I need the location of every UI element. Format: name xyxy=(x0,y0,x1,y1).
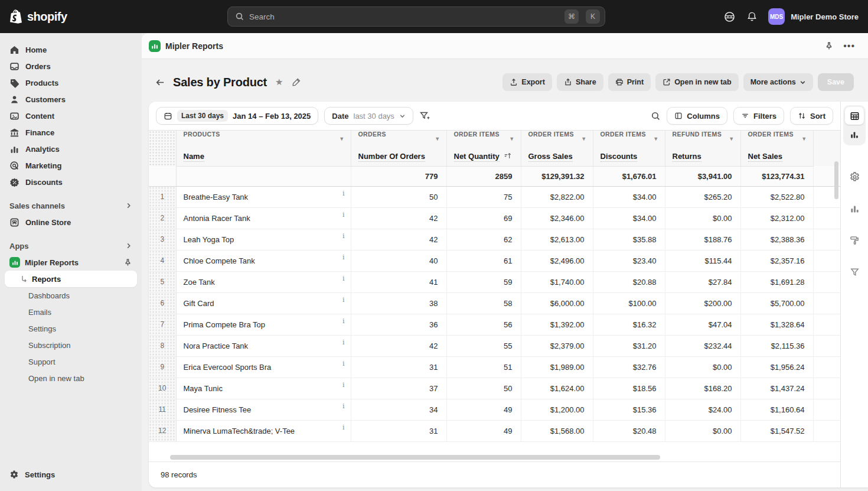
table-row[interactable]: 3Leah Yoga Topi4262$2,613.00$35.88$188.7… xyxy=(149,229,840,250)
sidebar-item-marketing[interactable]: Marketing xyxy=(5,157,137,174)
group-header[interactable]: ORDER ITEMS▼ xyxy=(593,131,665,147)
filters-button[interactable]: Filters xyxy=(733,107,784,125)
sidebar-subitem-subscription[interactable]: Subscription xyxy=(5,337,137,353)
group-header[interactable]: ORDER ITEMS▼ xyxy=(446,131,521,147)
group-header[interactable]: PRODUCTS▼ xyxy=(176,131,351,147)
sidebar-item-content[interactable]: Content xyxy=(5,108,137,124)
info-icon[interactable]: i xyxy=(342,317,345,325)
column-header-net-quantity[interactable]: Net Quantity xyxy=(446,147,521,166)
save-button[interactable]: Save xyxy=(818,73,854,91)
info-icon[interactable]: i xyxy=(342,402,345,410)
column-header-orders[interactable]: Number Of Orders xyxy=(351,147,446,166)
sidebar-subitem-reports[interactable]: Reports xyxy=(5,271,137,287)
open-new-tab-button[interactable]: Open in new tab xyxy=(655,73,739,91)
filters-funnel-icon[interactable] xyxy=(850,267,860,277)
share-button[interactable]: Share xyxy=(557,73,603,91)
back-arrow-icon[interactable] xyxy=(152,74,168,90)
chevron-down-icon[interactable]: ▼ xyxy=(339,131,344,147)
sidebar-item-settings[interactable]: Settings xyxy=(5,466,137,483)
column-header-returns[interactable]: Returns xyxy=(665,147,740,166)
chart-settings-icon[interactable] xyxy=(850,204,860,214)
info-icon[interactable]: i xyxy=(342,381,345,389)
sidebar-subitem-open-new-tab[interactable]: Open in new tab xyxy=(5,370,137,386)
column-header-discounts[interactable]: Discounts xyxy=(593,147,665,166)
table-row[interactable]: 5Zoe Tanki4159$1,740.00$20.88$27.84$1,69… xyxy=(149,271,840,292)
sidebar-item-analytics[interactable]: Analytics xyxy=(5,141,137,157)
table-row[interactable]: 8Nora Practice Tanki4255$2,379.00$31.20$… xyxy=(149,335,840,356)
info-icon[interactable]: i xyxy=(342,296,345,304)
column-header-name[interactable]: Name xyxy=(176,147,351,166)
table-row[interactable]: 12Minerva LumaTech&trade; V-Teei3149$1,5… xyxy=(149,420,840,441)
sidebar-subitem-support[interactable]: Support xyxy=(5,353,137,370)
chevron-down-icon[interactable]: ▼ xyxy=(801,131,807,147)
chevron-down-icon[interactable]: ▼ xyxy=(435,131,440,147)
horizontal-scrollbar[interactable] xyxy=(149,453,840,461)
table-row[interactable]: 7Prima Compete Bra Topi3656$1,392.00$16.… xyxy=(149,314,840,335)
store-name[interactable]: Mipler Demo Store xyxy=(791,12,859,21)
group-header[interactable]: ORDERS▼ xyxy=(351,131,446,147)
sidebar-item-home[interactable]: Home xyxy=(5,41,137,58)
chevron-down-icon[interactable]: ▼ xyxy=(653,131,658,147)
sidebar-subitem-emails[interactable]: Emails xyxy=(5,304,137,320)
sort-button[interactable]: Sort xyxy=(790,107,833,125)
group-header[interactable]: ORDER ITEMS▼ xyxy=(740,131,813,147)
add-filter-icon[interactable] xyxy=(419,110,430,121)
info-icon[interactable]: i xyxy=(342,360,345,368)
sidebar-item-online-store[interactable]: Online Store xyxy=(5,214,137,230)
columns-button[interactable]: Columns xyxy=(667,107,727,125)
chevron-down-icon[interactable]: ▼ xyxy=(729,131,734,147)
table-row[interactable]: 11Desiree Fitness Teei3449$1,200.00$15.3… xyxy=(149,399,840,420)
info-icon[interactable]: i xyxy=(342,232,345,240)
info-icon[interactable]: i xyxy=(342,339,345,346)
sidebar-item-customers[interactable]: Customers xyxy=(5,91,137,108)
table-row[interactable]: 9Erica Evercool Sports Brai3151$1,989.00… xyxy=(149,356,840,378)
table-row[interactable]: 2Antonia Racer Tanki4269$2,346.00$34.00$… xyxy=(149,207,840,229)
table-search-icon[interactable] xyxy=(651,111,661,121)
vertical-scrollbar[interactable] xyxy=(834,161,838,199)
sort-descending-icon[interactable] xyxy=(503,152,512,160)
style-paint-roller-icon[interactable] xyxy=(849,235,860,246)
info-icon[interactable]: i xyxy=(342,424,345,431)
date-range-picker[interactable]: Last 30 days Jan 14 – Feb 13, 2025 xyxy=(156,107,318,125)
sidebar-subitem-settings[interactable]: Settings xyxy=(5,320,137,337)
sidebar-item-finance[interactable]: Finance xyxy=(5,124,137,141)
table-row[interactable]: 6Gift Cardi3858$6,000.00$100.00$200.00$5… xyxy=(149,292,840,314)
table-row[interactable]: 10Maya Tunici3750$1,624.00$18.56$168.20$… xyxy=(149,378,840,399)
shopify-logo[interactable]: shopify xyxy=(9,9,128,24)
group-header[interactable]: REFUND ITEMS▼ xyxy=(665,131,740,147)
more-menu-icon[interactable]: ••• xyxy=(841,41,857,51)
search-input[interactable]: Search ⌘ K xyxy=(227,6,605,27)
chevron-down-icon[interactable]: ▼ xyxy=(581,131,586,147)
date-filter-dropdown[interactable]: Date last 30 days xyxy=(324,107,413,125)
info-icon[interactable]: i xyxy=(342,190,345,197)
sidekick-icon[interactable] xyxy=(723,11,736,23)
table-view-button[interactable] xyxy=(845,107,864,125)
store-avatar[interactable]: MDS xyxy=(768,8,785,25)
sidebar-item-mipler-reports[interactable]: Mipler Reports xyxy=(5,254,137,271)
more-actions-button[interactable]: More actions xyxy=(743,73,813,91)
pin-icon[interactable] xyxy=(822,39,836,53)
sidebar-item-discounts[interactable]: Discounts xyxy=(5,174,137,190)
favorite-star-icon[interactable]: ★ xyxy=(275,77,283,87)
export-button[interactable]: Export xyxy=(502,73,552,91)
table-row[interactable]: 1Breathe-Easy Tanki5075$2,822.00$34.00$2… xyxy=(149,186,840,207)
print-button[interactable]: Print xyxy=(608,73,651,91)
sidebar-subitem-dashboards[interactable]: Dashboards xyxy=(5,287,137,304)
column-header-net-sales[interactable]: Net Sales xyxy=(740,147,813,166)
info-icon[interactable]: i xyxy=(342,253,345,261)
scrollbar-thumb[interactable] xyxy=(170,455,660,460)
apps-section[interactable]: Apps xyxy=(5,238,137,254)
chart-view-button[interactable] xyxy=(845,126,864,144)
group-header[interactable]: ORDER ITEMS▼ xyxy=(521,131,593,147)
table-row[interactable]: 4Chloe Compete Tanki4061$2,496.00$23.40$… xyxy=(149,250,840,271)
sidebar-item-orders[interactable]: Orders xyxy=(5,58,137,74)
pin-icon[interactable] xyxy=(123,258,132,267)
chevron-down-icon[interactable]: ▼ xyxy=(509,131,514,147)
sales-channels-section[interactable]: Sales channels xyxy=(5,197,137,214)
sidebar-item-products[interactable]: Products xyxy=(5,74,137,91)
edit-pencil-icon[interactable] xyxy=(292,77,301,87)
info-icon[interactable]: i xyxy=(342,211,345,219)
report-settings-gear-icon[interactable] xyxy=(849,171,860,183)
info-icon[interactable]: i xyxy=(342,275,345,282)
column-header-gross-sales[interactable]: Gross Sales xyxy=(521,147,593,166)
